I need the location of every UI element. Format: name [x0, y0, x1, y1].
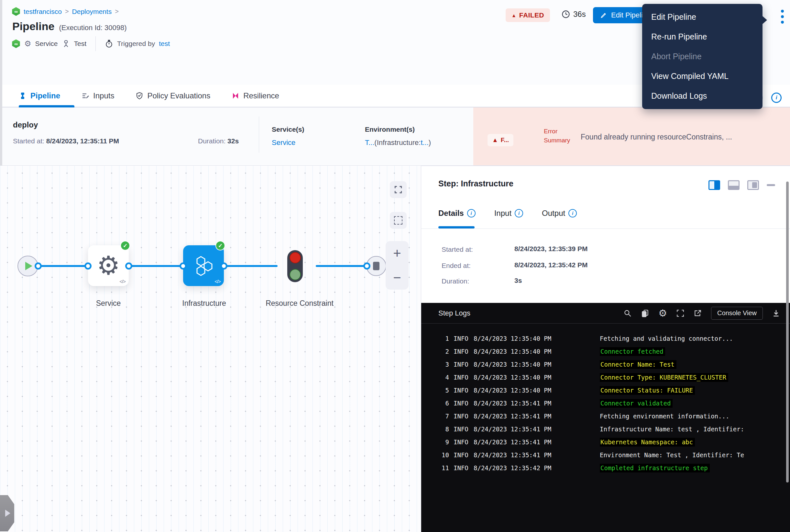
log-message: Connector validated	[600, 399, 673, 408]
menu-item-edit-pipeline[interactable]: Edit Pipeline	[642, 7, 763, 27]
tab-output-label: Output	[542, 209, 565, 218]
log-timestamp: 8/24/2023 12:35:40 PM	[474, 335, 555, 342]
stage-name: deploy	[13, 120, 38, 130]
service-link[interactable]: Service	[272, 138, 304, 147]
log-message: Connector Name: Test	[600, 360, 676, 369]
error-summary-label: Error Summary	[544, 127, 570, 145]
stage-summary-bar: deploy Started at: 8/24/2023, 12:35:11 P…	[0, 108, 790, 166]
log-level: INFO	[454, 335, 470, 342]
log-line-number: 7	[421, 413, 449, 420]
search-icon[interactable]	[623, 309, 632, 318]
log-timestamp: 8/24/2023 12:35:41 PM	[474, 413, 555, 420]
settings-gear-icon[interactable]: ⚙	[658, 307, 667, 319]
step-detail-tabs: Details i Input i Output i	[438, 209, 577, 218]
environments-column: Environment(s) T...(Infrastructure:t...)	[365, 126, 431, 147]
gear-icon: ⚙	[97, 253, 120, 279]
tab-resilience[interactable]: Resilience	[232, 91, 279, 100]
log-row: 2INFO8/24/2023 12:35:40 PMConnector fetc…	[421, 345, 790, 358]
active-tab-indicator	[438, 226, 475, 228]
warning-icon: ▲	[512, 13, 516, 18]
tab-input[interactable]: Input i	[494, 209, 523, 218]
environment-icon	[62, 39, 70, 48]
log-level: INFO	[454, 374, 470, 381]
resource-constraint-node[interactable]	[287, 250, 303, 282]
log-line-number: 1	[421, 335, 449, 342]
breadcrumb-deployments[interactable]: Deployments	[72, 8, 112, 16]
log-timestamp: 8/24/2023 12:35:40 PM	[474, 361, 555, 368]
warning-icon: ▲	[492, 136, 498, 144]
marquee-icon	[394, 216, 402, 225]
menu-item-view-compiled-yaml[interactable]: View Compiled YAML	[642, 66, 763, 86]
ended-at-label: Ended at:	[442, 262, 471, 269]
menu-item-download-logs[interactable]: Download Logs	[642, 86, 763, 106]
split-bottom-view-icon[interactable]	[728, 180, 739, 190]
tab-pipeline[interactable]: Pipeline	[19, 91, 60, 100]
clock-icon	[561, 10, 570, 19]
zoom-out-button[interactable]: −	[386, 265, 409, 290]
play-icon	[25, 262, 32, 270]
expand-panel-handle[interactable]	[0, 495, 14, 531]
services-label: Service(s)	[272, 126, 304, 133]
menu-item-rerun-pipeline[interactable]: Re-run Pipeline	[642, 27, 763, 46]
log-timestamp: 8/24/2023 12:35:40 PM	[474, 387, 555, 394]
external-link-icon[interactable]	[694, 309, 702, 318]
log-level: INFO	[454, 361, 470, 368]
service-step-node[interactable]: ⚙ </> ✓	[88, 245, 129, 286]
edge-port[interactable]	[220, 263, 227, 269]
log-message: Kubernetes Namespace: abc	[600, 438, 695, 446]
infrastructure-hexagons-icon	[192, 254, 215, 277]
log-rows[interactable]: 1INFO8/24/2023 12:35:40 PMFetching and v…	[421, 324, 790, 474]
execution-id: (Execution Id: 30098)	[59, 24, 127, 32]
console-title: Step Logs	[438, 309, 470, 318]
minimize-icon[interactable]	[767, 184, 775, 186]
edge-port[interactable]	[84, 263, 92, 269]
more-options-button[interactable]	[779, 10, 786, 24]
infrastructure-step-node[interactable]: </> ✓	[183, 245, 224, 286]
breadcrumb-project[interactable]: testfrancisco	[24, 8, 62, 16]
tab-inputs[interactable]: Inputs	[81, 91, 114, 100]
error-summary-message: Found already running resourceConstrains…	[581, 133, 778, 141]
tab-output[interactable]: Output i	[542, 209, 577, 218]
floating-view-icon[interactable]	[747, 180, 759, 190]
pipeline-graph-canvas[interactable]: ⚙ </> ✓ </> ✓ Service Infrastructure Res…	[0, 166, 421, 532]
copy-icon[interactable]	[641, 309, 649, 318]
active-tab-indicator	[19, 105, 74, 108]
environment-link[interactable]: T...(Infrastructure:t...)	[365, 138, 431, 147]
log-level: INFO	[454, 413, 470, 420]
env-infra-name[interactable]: t...	[421, 138, 428, 147]
success-check-icon: ✓	[120, 241, 130, 250]
console-view-button[interactable]: Console View	[711, 307, 763, 320]
env-name[interactable]: T...	[365, 138, 374, 147]
info-icon: i	[467, 209, 476, 217]
divider	[259, 116, 259, 153]
failed-mini-text: F...	[501, 136, 509, 144]
console-toolbar: ⚙ Console View	[623, 307, 780, 320]
split-right-view-icon[interactable]	[709, 180, 720, 190]
pipeline-execution-page: ∞ testfrancisco > Deployments > Pipeline…	[0, 0, 790, 532]
edge-port[interactable]	[35, 263, 42, 269]
code-tag-icon: </>	[119, 279, 126, 284]
started-at-label: Started at:	[442, 246, 473, 253]
log-row: 4INFO8/24/2023 12:35:40 PMConnector Type…	[421, 371, 790, 384]
log-row: 5INFO8/24/2023 12:35:40 PMConnector Stat…	[421, 384, 790, 397]
log-message: Infrastructure Name: test , Identifier:	[600, 425, 744, 433]
fullscreen-icon[interactable]	[676, 309, 685, 318]
tab-details[interactable]: Details i	[438, 209, 476, 218]
edge-port[interactable]	[363, 263, 370, 269]
edge-port[interactable]	[125, 263, 132, 269]
tab-policy-evaluations[interactable]: Policy Evaluations	[136, 91, 210, 100]
zoom-controls: + −	[386, 241, 409, 290]
info-icon[interactable]: i	[771, 93, 782, 103]
edge-port[interactable]	[179, 263, 187, 269]
zoom-in-button[interactable]: +	[386, 241, 409, 265]
download-icon[interactable]	[772, 309, 780, 318]
infrastructure-node-label: Infrastructure	[169, 295, 240, 311]
tab-resilience-label: Resilience	[243, 91, 279, 100]
fullscreen-canvas-button[interactable]	[390, 181, 407, 198]
ended-at-value: 8/24/2023, 12:35:42 PM	[514, 261, 588, 269]
trigger-user-link[interactable]: test	[159, 40, 170, 48]
marquee-select-button[interactable]	[390, 212, 407, 229]
panel-scrollbar[interactable]	[786, 182, 789, 482]
log-timestamp: 8/24/2023 12:35:40 PM	[474, 374, 555, 381]
log-line-number: 8	[421, 425, 449, 433]
